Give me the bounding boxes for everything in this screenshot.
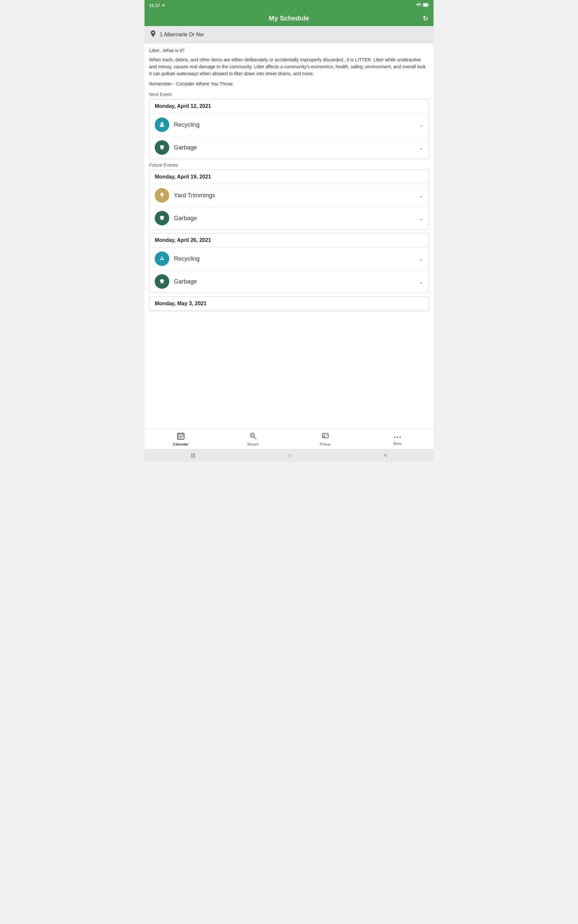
- garbage-label-2: Garbage: [174, 278, 419, 285]
- svg-point-4: [161, 124, 162, 125]
- garbage-icon-wrap-1: [155, 211, 169, 226]
- svg-rect-23: [182, 436, 183, 437]
- android-menu-btn[interactable]: |||: [191, 452, 195, 458]
- future-event-date-1: Monday, April 19, 2021: [149, 170, 429, 184]
- svg-rect-16: [161, 279, 163, 280]
- bottom-nav: Calendar Wizard Pickup: [144, 429, 434, 449]
- recycling-row-next[interactable]: Recycling ⌄: [149, 114, 429, 136]
- svg-rect-3: [424, 3, 427, 6]
- svg-rect-21: [179, 436, 179, 437]
- svg-rect-31: [323, 436, 325, 437]
- svg-point-34: [399, 437, 401, 438]
- litter-reminder: Remember - Consider Where You Throw.: [149, 81, 429, 86]
- future-event-date-3: Monday, May 3, 2021: [149, 297, 429, 311]
- svg-rect-22: [180, 436, 181, 437]
- refresh-button[interactable]: ↻: [423, 15, 428, 23]
- address-bar: 1 Albemarle Dr Nw: [144, 26, 434, 43]
- yard-icon-wrap: [155, 188, 169, 203]
- app-header: My Schedule ↻: [144, 11, 434, 26]
- android-home-btn[interactable]: ○: [288, 452, 291, 458]
- chevron-garbage-next: ⌄: [419, 145, 423, 151]
- chevron-yard-1: ⌄: [419, 192, 423, 199]
- garbage-row-1[interactable]: Garbage ⌄: [149, 207, 429, 229]
- next-event-card: Monday, April 12, 2021: [149, 99, 429, 159]
- android-back-btn[interactable]: <: [384, 452, 387, 458]
- pickup-label: Pickup: [320, 442, 331, 446]
- garbage-label-1: Garbage: [174, 215, 419, 222]
- svg-point-33: [397, 437, 398, 438]
- svg-point-28: [252, 434, 253, 436]
- yard-label-1: Yard Trimmings: [174, 192, 419, 199]
- next-event-date: Monday, April 12, 2021: [149, 99, 429, 114]
- svg-rect-7: [161, 145, 163, 146]
- future-events-label: Future Events: [149, 162, 429, 168]
- future-event-card-3: Monday, May 3, 2021: [149, 296, 429, 311]
- svg-point-26: [250, 433, 255, 438]
- calendar-icon: [177, 432, 184, 441]
- nav-wizard[interactable]: Wizard: [217, 432, 289, 446]
- more-label: More: [393, 442, 401, 445]
- more-icon: [394, 433, 401, 440]
- wifi-icon: [416, 3, 421, 8]
- header-title: My Schedule: [269, 15, 309, 22]
- pickup-icon: [321, 432, 329, 441]
- garbage-label-next: Garbage: [174, 144, 419, 151]
- next-event-label: Next Event: [149, 92, 429, 97]
- recycling-row-2[interactable]: Recycling ⌄: [149, 247, 429, 270]
- location-icon: [150, 30, 156, 39]
- calendar-label: Calendar: [173, 442, 188, 446]
- recycling-label-2: Recycling: [174, 255, 419, 262]
- litter-body: When trash, debris, and other items are …: [149, 57, 429, 77]
- status-bar: 21:17 ★: [144, 0, 434, 11]
- svg-point-32: [394, 437, 396, 438]
- svg-point-14: [161, 258, 162, 259]
- litter-title: Litter...What is it?: [149, 48, 429, 53]
- chevron-recycling-next: ⌄: [419, 122, 423, 128]
- svg-rect-2: [428, 4, 429, 6]
- future-event-date-2: Monday, April 26, 2021: [149, 233, 429, 247]
- svg-rect-13: [161, 216, 163, 216]
- svg-rect-24: [179, 437, 179, 438]
- nav-calendar[interactable]: Calendar: [144, 432, 217, 446]
- android-nav-bar: ||| ○ <: [144, 449, 434, 462]
- chevron-garbage-1: ⌄: [419, 215, 423, 221]
- address-text: 1 Albemarle Dr Nw: [160, 32, 203, 37]
- wizard-icon: [249, 432, 257, 441]
- chevron-garbage-2: ⌄: [419, 279, 423, 285]
- yard-row-1[interactable]: Yard Trimmings ⌄: [149, 184, 429, 207]
- battery-icon: [423, 3, 429, 8]
- status-icons: [416, 3, 429, 8]
- recycling-icon-wrap: [155, 117, 169, 132]
- svg-rect-9: [162, 196, 162, 198]
- garbage-icon-wrap-next: [155, 140, 169, 155]
- nav-pickup[interactable]: Pickup: [289, 432, 361, 446]
- chevron-recycling-2: ⌄: [419, 256, 423, 262]
- star-icon: ★: [162, 3, 165, 8]
- garbage-row-next[interactable]: Garbage ⌄: [149, 136, 429, 159]
- wizard-label: Wizard: [247, 442, 258, 446]
- svg-rect-25: [180, 437, 181, 438]
- nav-more[interactable]: More: [361, 433, 434, 445]
- future-event-card-2: Monday, April 26, 2021 Recycling ⌄: [149, 233, 429, 293]
- garbage-icon-wrap-2: [155, 274, 169, 289]
- recycling-label-next: Recycling: [174, 122, 419, 128]
- future-event-card-1: Monday, April 19, 2021 Yard Trimmings ⌄: [149, 170, 429, 230]
- content-area: Litter...What is it? When trash, debris,…: [144, 43, 434, 429]
- svg-line-27: [254, 437, 257, 439]
- garbage-row-2[interactable]: Garbage ⌄: [149, 270, 429, 293]
- svg-point-0: [418, 6, 419, 7]
- svg-rect-29: [322, 433, 328, 438]
- recycling-icon-wrap-2: [155, 252, 169, 266]
- status-time: 21:17: [149, 3, 160, 8]
